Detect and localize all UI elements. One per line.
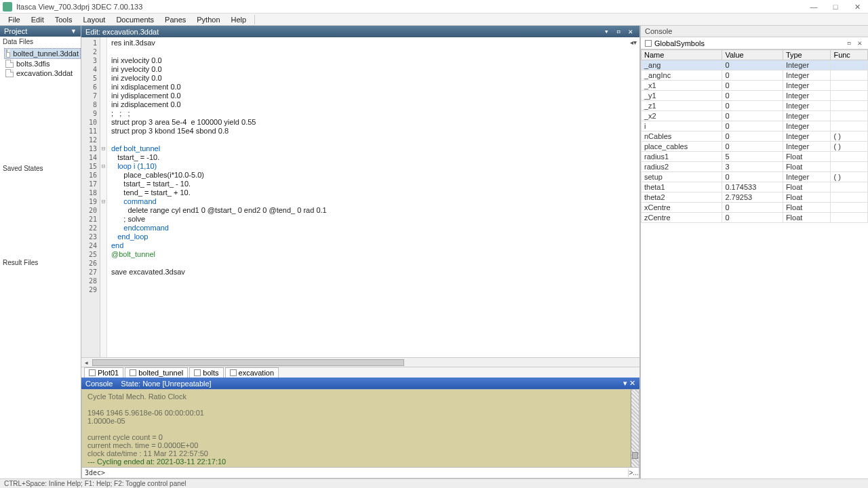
table-row[interactable]: setup0Integer( ) (642, 172, 868, 182)
tab-label: bolts (203, 369, 218, 377)
file-icon (130, 369, 136, 376)
tab-excavation[interactable]: excavation (225, 367, 279, 378)
scroll-left-icon[interactable]: ◂ (81, 359, 91, 366)
table-row[interactable]: _ang0Integer (642, 60, 868, 70)
menu-documents[interactable]: Documents (111, 16, 159, 24)
doc-restore-button[interactable]: ▫ (614, 27, 624, 36)
globals-tab-label[interactable]: GlobalSymbols (654, 39, 705, 47)
doc-close-button[interactable]: ✕ (625, 27, 635, 36)
symbols-table[interactable]: Name Value Type Func _ang0Integer_angInc… (641, 49, 868, 479)
file-item-bolted-tunnel[interactable]: bolted_tunnel.3ddat (4, 48, 81, 59)
console-title: Console (85, 380, 113, 388)
file-icon (5, 69, 14, 77)
table-row[interactable]: zCentre0Float (642, 213, 868, 223)
console-submit-button[interactable]: >... (628, 469, 639, 476)
file-icon (230, 369, 237, 376)
project-panel: Project ▼ Data Files bolted_tunnel.3ddat… (0, 26, 81, 479)
right-panel-header: Console (641, 26, 868, 37)
table-row[interactable]: _z10Integer (642, 101, 868, 111)
file-icon (194, 369, 201, 376)
console-close-button[interactable]: ✕ (629, 379, 635, 387)
project-header[interactable]: Project ▼ (0, 26, 81, 37)
result-files-label: Result Files (0, 258, 81, 268)
saved-states-label: Saved States (0, 163, 81, 174)
file-label: bolts.3dfis (16, 60, 50, 68)
chevron-down-icon[interactable]: ▼ (71, 28, 77, 35)
tab-bolted-tunnel[interactable]: bolted_tunnel (125, 367, 188, 378)
tab-label: bolted_tunnel (138, 369, 183, 377)
minimize-button[interactable]: — (806, 2, 822, 12)
table-row[interactable]: _x10Integer (642, 81, 868, 91)
panel-restore-button[interactable]: ▫ (845, 39, 854, 47)
nav-arrow-icon[interactable]: ◂▾ (630, 39, 637, 46)
menu-tools[interactable]: Tools (50, 16, 78, 24)
line-gutter: 1 2 3 4 5 6 7 8 9 10 11 12 13 14 15 16 1… (81, 37, 100, 357)
console-output[interactable]: Cycle Total Mech. Ratio Clock 1946 1946 … (81, 389, 639, 468)
plot-icon (89, 369, 96, 376)
menu-python[interactable]: Python (191, 16, 225, 24)
document-header: Edit: excavation.3ddat ▾ ▫ ✕ (81, 26, 639, 37)
file-item-excavation[interactable]: excavation.3ddat (4, 68, 81, 78)
console-input-row: 3dec> >... (81, 468, 639, 479)
right-panel: Console GlobalSymbols ▫ ✕ Name Value Typ… (640, 26, 868, 479)
file-item-bolts[interactable]: bolts.3dfis (4, 59, 81, 68)
col-name[interactable]: Name (642, 50, 722, 60)
console-min-button[interactable]: ▾ (623, 379, 627, 387)
project-header-label: Project (4, 27, 27, 35)
maximize-button[interactable]: □ (827, 2, 844, 12)
close-button[interactable]: ✕ (849, 2, 865, 12)
statusbar: CTRL+Space: Inline Help; F1: Help; F2: T… (0, 479, 868, 488)
globals-tab-header: GlobalSymbols ▫ ✕ (641, 37, 868, 49)
table-row[interactable]: theta10.174533Float (642, 182, 868, 192)
table-row[interactable]: theta22.79253Float (642, 192, 868, 203)
console-state: State: None [Unrepeatable] (121, 380, 211, 388)
col-func[interactable]: Func (831, 50, 868, 60)
table-icon (645, 40, 652, 47)
doc-min-button[interactable]: ▾ (601, 27, 612, 36)
tab-plot01[interactable]: Plot01 (84, 367, 123, 378)
file-icon (6, 49, 10, 58)
menu-layout[interactable]: Layout (77, 16, 111, 24)
tab-label: Plot01 (98, 369, 119, 377)
document-tabs: Plot01 bolted_tunnel bolts excavation (81, 367, 639, 378)
menu-file[interactable]: File (3, 16, 26, 24)
console-header: Console State: None [Unrepeatable] ▾ ✕ (81, 378, 639, 389)
table-row[interactable]: _angInc0Integer (642, 70, 868, 81)
menu-separator (254, 15, 255, 24)
window-title: Itasca View_700.3dprj 3DEC 7.00.133 (16, 3, 806, 11)
table-row[interactable]: i0Integer (642, 121, 868, 131)
table-row[interactable]: _x20Integer (642, 111, 868, 121)
col-value[interactable]: Value (722, 50, 783, 60)
tab-bolts[interactable]: bolts (189, 367, 223, 378)
table-row[interactable]: nCables0Integer( ) (642, 131, 868, 142)
file-tree: bolted_tunnel.3ddat bolts.3dfis excavati… (0, 47, 81, 79)
window-controls: — □ ✕ (806, 2, 865, 12)
menu-edit[interactable]: Edit (26, 16, 50, 24)
table-row[interactable]: _y10Integer (642, 91, 868, 101)
menu-help[interactable]: Help (226, 16, 252, 24)
console-prompt: 3dec> (82, 469, 108, 476)
fold-strip[interactable]: ⊟ ⊟ ⊟ (100, 37, 107, 357)
table-row[interactable]: radius23Float (642, 162, 868, 172)
panel-close-button[interactable]: ✕ (855, 39, 864, 47)
col-type[interactable]: Type (783, 50, 831, 60)
workarea: Project ▼ Data Files bolted_tunnel.3ddat… (0, 26, 868, 479)
console-input[interactable] (108, 469, 628, 476)
scroll-thumb[interactable] (92, 359, 404, 366)
titlebar: Itasca View_700.3dprj 3DEC 7.00.133 — □ … (0, 0, 868, 14)
console-controls: ▾ ✕ (623, 379, 635, 388)
app-icon (3, 2, 12, 12)
document-controls: ▾ ▫ ✕ (601, 27, 635, 36)
right-panel-controls: ▫ ✕ (845, 39, 864, 47)
table-row[interactable]: xCentre0Float (642, 203, 868, 213)
scroll-thumb[interactable] (632, 452, 638, 459)
editor-hscrollbar[interactable]: ◂ (81, 357, 639, 367)
table-row[interactable]: place_cables0Integer( ) (642, 142, 868, 152)
code-area[interactable]: res init.3dsav ini xvelocity 0.0ini yvel… (107, 37, 639, 357)
menu-panes[interactable]: Panes (159, 16, 191, 24)
console-vscrollbar[interactable] (631, 390, 639, 467)
center-panel: Edit: excavation.3ddat ▾ ▫ ✕ ◂▾ 1 2 3 4 … (81, 26, 640, 479)
table-row[interactable]: radius15Float (642, 152, 868, 162)
editor[interactable]: ◂▾ 1 2 3 4 5 6 7 8 9 10 11 12 13 14 15 1… (81, 37, 639, 357)
file-icon (5, 60, 14, 68)
